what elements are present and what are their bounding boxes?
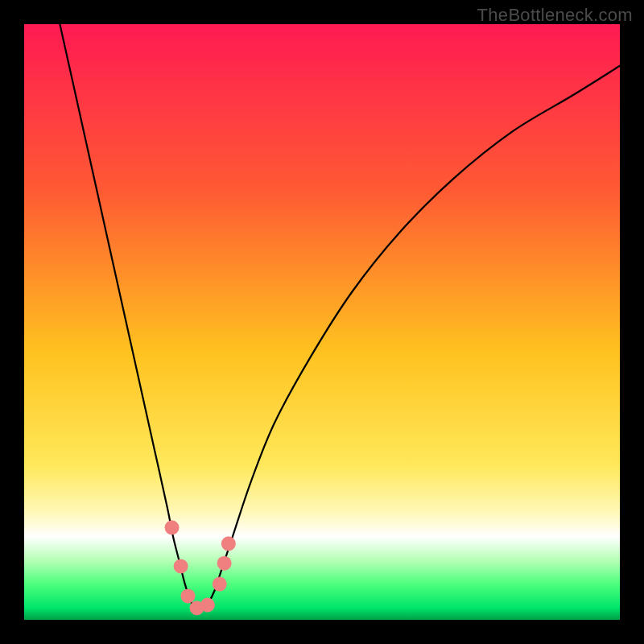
data-marker [217, 556, 232, 571]
watermark-text: TheBottleneck.com [477, 5, 633, 26]
data-marker [181, 588, 196, 603]
chart-background [24, 24, 620, 620]
data-marker [213, 577, 227, 592]
bottleneck-chart-svg [24, 24, 620, 620]
data-marker [165, 520, 180, 535]
data-marker [174, 559, 188, 573]
data-marker [221, 536, 236, 551]
plot-area [24, 24, 620, 620]
data-marker [200, 598, 215, 613]
chart-container: TheBottleneck.com [0, 0, 644, 644]
